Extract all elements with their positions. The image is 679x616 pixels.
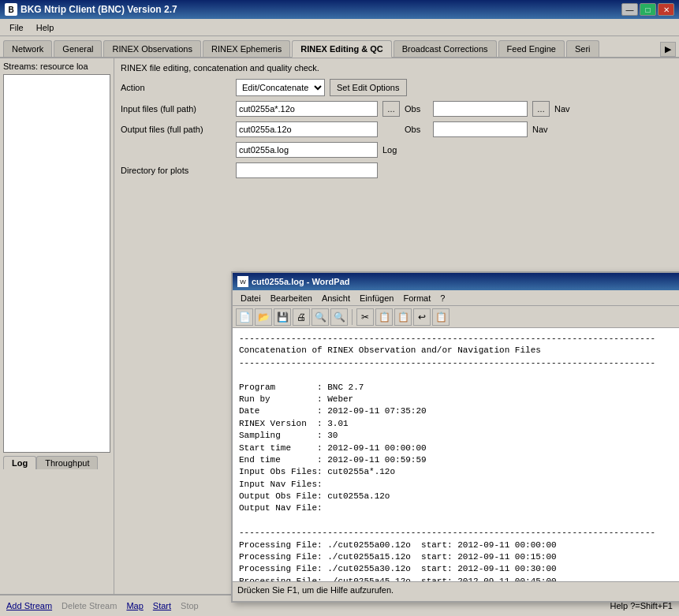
wordpad-title-bar: W cut0255a.log - WordPad — □ ✕ — [233, 273, 679, 290]
app-title: BKG Ntrip Client (BNC) Version 2.7 — [21, 4, 621, 15]
wp-redo-button[interactable]: 📋 — [432, 308, 450, 326]
tab-general[interactable]: General — [54, 40, 102, 57]
wp-find-button[interactable]: 🔍 — [330, 308, 348, 326]
title-bar: B BKG Ntrip Client (BNC) Version 2.7 — □… — [0, 0, 679, 19]
output-files-field[interactable] — [236, 121, 378, 137]
action-select[interactable]: Edit/Concatenate — [236, 79, 325, 96]
wp-save-button[interactable]: 💾 — [274, 308, 291, 326]
stop-button: Stop — [181, 601, 199, 610]
minimize-button[interactable]: — — [621, 3, 638, 16]
action-row: Action Edit/Concatenate Set Edit Options — [121, 79, 673, 96]
wp-undo-button[interactable]: ↩ — [413, 308, 431, 326]
wp-print-button[interactable]: 🖨 — [293, 308, 310, 326]
nav-label-2: Nav — [532, 125, 556, 134]
log-field[interactable] — [236, 142, 378, 158]
wordpad-menubar: Datei Bearbeiten Ansicht Einfügen Format… — [233, 290, 679, 306]
delete-stream-button: Delete Stream — [62, 601, 117, 610]
wordpad-content-area: ----------------------------------------… — [233, 328, 679, 581]
wordpad-status-text: Drücken Sie F1, um die Hilfe aufzurufen. — [237, 585, 679, 595]
directory-label: Directory for plots — [121, 166, 231, 175]
add-stream-button[interactable]: Add Stream — [6, 601, 52, 610]
left-panel: Streams: resource loa Log Throughput — [0, 58, 114, 614]
wordpad-window: W cut0255a.log - WordPad — □ ✕ Datei Bea… — [231, 271, 679, 603]
directory-field[interactable] — [236, 162, 378, 178]
obs-label-1: Obs — [405, 104, 428, 114]
tab-broadcast-corrections[interactable]: Broadcast Corrections — [394, 40, 497, 57]
toolbar-separator-1 — [352, 309, 353, 325]
tab-seri[interactable]: Seri — [566, 40, 599, 57]
streams-label: Streams: resource loa — [3, 62, 110, 71]
wp-menu-bearbeiten[interactable]: Bearbeiten — [266, 293, 317, 304]
tab-rinex-editing-qc[interactable]: RINEX Editing & QC — [292, 40, 392, 58]
input-files-browse-button[interactable]: … — [382, 101, 400, 117]
log-label: Log — [382, 145, 406, 155]
section-description: RINEX file editing, concatenation and qu… — [121, 63, 673, 73]
start-button[interactable]: Start — [153, 601, 171, 610]
left-bottom-tabs: Log Throughput — [3, 456, 110, 469]
tab-feed-engine[interactable]: Feed Engine — [498, 40, 565, 57]
wp-paste-button[interactable]: 📋 — [394, 308, 412, 326]
action-label: Action — [121, 83, 231, 92]
input-files-field[interactable] — [236, 101, 378, 117]
input-files-row: Input files (full path) … Obs … Nav — [121, 101, 673, 117]
wordpad-title-text: cut0255a.log - WordPad — [252, 277, 679, 286]
set-edit-options-button[interactable]: Set Edit Options — [330, 79, 407, 96]
wp-copy-button[interactable]: 📋 — [375, 308, 393, 326]
tab-throughput[interactable]: Throughput — [36, 456, 98, 469]
input-files-label: Input files (full path) — [121, 104, 231, 114]
menu-file[interactable]: File — [3, 21, 30, 34]
wp-menu-ansicht[interactable]: Ansicht — [317, 293, 355, 304]
menu-help[interactable]: Help — [30, 21, 61, 34]
wp-menu-datei[interactable]: Datei — [236, 293, 266, 304]
wp-new-button[interactable]: 📄 — [236, 308, 253, 326]
wp-open-button[interactable]: 📂 — [255, 308, 272, 326]
wp-preview-button[interactable]: 🔍 — [312, 308, 329, 326]
app-icon: B — [5, 3, 17, 16]
obs-input-2[interactable] — [433, 121, 528, 137]
maximize-button[interactable]: □ — [640, 3, 656, 16]
tab-rinex-ephemeris[interactable]: RINEX Ephemeris — [203, 40, 290, 57]
output-files-row: Output files (full path) Obs Nav — [121, 121, 673, 137]
streams-list[interactable] — [3, 74, 110, 453]
close-button[interactable]: ✕ — [658, 3, 674, 16]
tab-network[interactable]: Network — [3, 40, 52, 57]
wp-cut-button[interactable]: ✂ — [356, 308, 374, 326]
right-panel: RINEX file editing, concatenation and qu… — [114, 58, 679, 614]
output-files-label: Output files (full path) — [121, 125, 231, 134]
window-controls: — □ ✕ — [621, 3, 674, 16]
log-row: Log — [121, 142, 673, 158]
nav-label-1: Nav — [554, 104, 578, 114]
tabs-container: Network General RINEX Observations RINEX… — [0, 36, 679, 58]
wordpad-icon: W — [237, 276, 248, 287]
obs-browse-button[interactable]: … — [532, 101, 550, 117]
wordpad-text-area[interactable]: ----------------------------------------… — [233, 328, 679, 581]
tab-scroll-button[interactable]: ▶ — [660, 42, 676, 57]
tab-log[interactable]: Log — [3, 456, 36, 469]
tab-rinex-observations[interactable]: RINEX Observations — [103, 40, 200, 57]
obs-label-2: Obs — [405, 125, 428, 134]
wordpad-toolbar: 📄 📂 💾 🖨 🔍 🔍 ✂ 📋 📋 ↩ 📋 — [233, 306, 679, 328]
wp-menu-format[interactable]: Format — [398, 293, 435, 304]
wordpad-statusbar: Drücken Sie F1, um die Hilfe aufzurufen.… — [233, 581, 679, 597]
map-button[interactable]: Map — [126, 601, 143, 610]
obs-input-1[interactable] — [433, 101, 528, 117]
content-wrapper: Streams: resource loa Log Throughput RIN… — [0, 58, 679, 614]
directory-row: Directory for plots — [121, 162, 673, 178]
wp-menu-einfuegen[interactable]: Einfügen — [355, 293, 398, 304]
wp-menu-help[interactable]: ? — [435, 293, 450, 304]
menu-bar: File Help — [0, 19, 679, 36]
